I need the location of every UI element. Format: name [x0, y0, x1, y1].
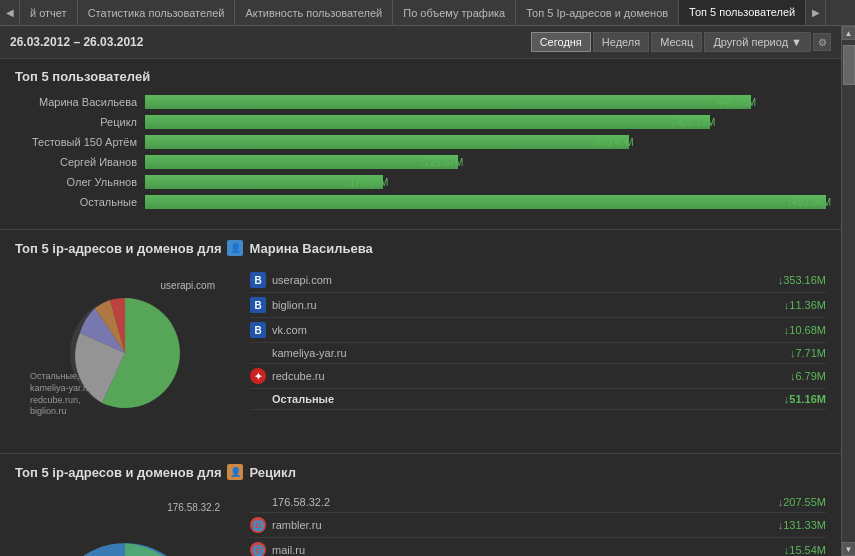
detail1-section: Топ 5 ip-адресов и доменов для 👤 Марина … — [0, 230, 841, 454]
detail1-title: Топ 5 ip-адресов и доменов для 👤 Марина … — [15, 240, 826, 256]
bar-container-0: ↓440.88M — [145, 95, 826, 109]
scrollbar[interactable]: ▲ ▼ — [841, 26, 855, 556]
bar-container-4: ↓170.59M — [145, 175, 826, 189]
domain-icon-4: ✦ — [250, 368, 266, 384]
pie-label-others: Остальные, kameliya-yar.ru, redcube.run,… — [30, 371, 94, 418]
bar-value-4: ↓170.59M — [344, 177, 388, 188]
domain-value-4: ↓6.79M — [790, 370, 826, 382]
domain-value-1: ↓11.36M — [784, 299, 826, 311]
bar-value-5: ↓493.06M — [787, 197, 831, 208]
domain-value-1: ↓131.33M — [778, 519, 826, 531]
top5-title: Топ 5 пользователей — [15, 69, 826, 84]
bar-fill-5: ↓493.06M — [145, 195, 826, 209]
domain-row-2: 🌐mail.ru↓15.54M — [250, 538, 826, 556]
tab-0[interactable]: й отчет — [20, 0, 78, 25]
detail2-section: Топ 5 ip-адресов и доменов для 👤 Рецикл — [0, 454, 841, 556]
bar-value-1: ↓409.79M — [671, 117, 715, 128]
domain-name-5: Остальные — [272, 393, 784, 405]
tab-prev-arrow[interactable]: ◀ — [0, 0, 20, 25]
domain-row-1: Bbiglion.ru↓11.36M — [250, 293, 826, 318]
domain-name-0: 176.58.32.2 — [272, 496, 778, 508]
domain-name-2: vk.com — [272, 324, 784, 336]
period-buttons: Сегодня Неделя Месяц Другой период ▼ ⚙ — [531, 32, 831, 52]
bar-label-4: Олег Ульянов — [15, 176, 145, 188]
tab-2[interactable]: Активность пользователей — [235, 0, 393, 25]
domain-icon-2: 🌐 — [250, 542, 266, 556]
pie-label-2-main: 176.58.32.2 — [167, 502, 220, 513]
settings-icon[interactable]: ⚙ — [813, 33, 831, 51]
domain-name-2: mail.ru — [272, 544, 784, 556]
bar-row-2: Тестовый 150 Артём↓350.40M — [15, 134, 826, 150]
domain-value-5: ↓51.16M — [784, 393, 826, 405]
domain-row-1: 🌐rambler.ru↓131.33M — [250, 513, 826, 538]
scrollbar-track[interactable] — [842, 40, 855, 542]
scrollbar-thumb[interactable] — [843, 45, 855, 85]
bar-fill-0: ↓440.88M — [145, 95, 751, 109]
bar-label-1: Рецикл — [15, 116, 145, 128]
domain-name-1: rambler.ru — [272, 519, 778, 531]
bar-row-3: Сергей Иванов↓225.67M — [15, 154, 826, 170]
domain-value-2: ↓10.68M — [784, 324, 826, 336]
bar-label-2: Тестовый 150 Артём — [15, 136, 145, 148]
date-range: 26.03.2012 – 26.03.2012 — [10, 35, 143, 49]
domain-icon-0: B — [250, 272, 266, 288]
bar-fill-2: ↓350.40M — [145, 135, 629, 149]
bar-container-3: ↓225.67M — [145, 155, 826, 169]
detail1-domain-list: Buserapi.com↓353.16MBbiglion.ru↓11.36MBv… — [250, 268, 826, 438]
date-bar: 26.03.2012 – 26.03.2012 Сегодня Неделя М… — [0, 26, 841, 59]
bar-value-3: ↓225.67M — [419, 157, 463, 168]
detail2-title: Топ 5 ip-адресов и доменов для 👤 Рецикл — [15, 464, 826, 480]
user-icon-1: 👤 — [227, 240, 243, 256]
domain-row-3: kameliya-yar.ru↓7.71M — [250, 343, 826, 364]
bar-chart: Марина Васильева↓440.88MРецикл↓409.79MТе… — [15, 94, 826, 210]
tab-1[interactable]: Статистика пользователей — [78, 0, 236, 25]
bar-value-2: ↓350.40M — [590, 137, 634, 148]
domain-value-3: ↓7.71M — [790, 347, 826, 359]
scroll-down-btn[interactable]: ▼ — [842, 542, 856, 556]
bar-fill-4: ↓170.59M — [145, 175, 383, 189]
detail2-content: 176.58.32.2 176.58.32.2↓207.55M🌐rambler.… — [15, 492, 826, 556]
domain-value-0: ↓207.55M — [778, 496, 826, 508]
detail2-pie: 176.58.32.2 — [15, 492, 235, 556]
tab-3[interactable]: По объему трафика — [393, 0, 516, 25]
domain-name-1: biglion.ru — [272, 299, 784, 311]
tab-next-arrow[interactable]: ▶ — [806, 0, 826, 25]
tab-bar: ◀ й отчет Статистика пользователей Актив… — [0, 0, 855, 26]
bar-row-1: Рецикл↓409.79M — [15, 114, 826, 130]
period-week[interactable]: Неделя — [593, 32, 649, 52]
domain-name-3: kameliya-yar.ru — [272, 347, 790, 359]
bar-row-5: Остальные↓493.06M — [15, 194, 826, 210]
domain-row-5: Остальные↓51.16M — [250, 389, 826, 410]
tab-4[interactable]: Топ 5 Ip-адресов и доменов — [516, 0, 679, 25]
period-other[interactable]: Другой период ▼ — [704, 32, 811, 52]
bar-fill-3: ↓225.67M — [145, 155, 458, 169]
bar-container-5: ↓493.06M — [145, 195, 826, 209]
bar-fill-1: ↓409.79M — [145, 115, 710, 129]
scroll-area[interactable]: 26.03.2012 – 26.03.2012 Сегодня Неделя М… — [0, 26, 841, 556]
bar-container-2: ↓350.40M — [145, 135, 826, 149]
domain-row-0: Buserapi.com↓353.16M — [250, 268, 826, 293]
domain-name-0: userapi.com — [272, 274, 778, 286]
period-month[interactable]: Месяц — [651, 32, 702, 52]
domain-icon-2: B — [250, 322, 266, 338]
bar-label-0: Марина Васильева — [15, 96, 145, 108]
domain-row-4: ✦redcube.ru↓6.79M — [250, 364, 826, 389]
domain-value-0: ↓353.16M — [778, 274, 826, 286]
tab-5[interactable]: Топ 5 пользователей — [679, 0, 806, 26]
bar-label-3: Сергей Иванов — [15, 156, 145, 168]
domain-icon-1: B — [250, 297, 266, 313]
bar-row-0: Марина Васильева↓440.88M — [15, 94, 826, 110]
domain-row-0: 176.58.32.2↓207.55M — [250, 492, 826, 513]
bar-row-4: Олег Ульянов↓170.59M — [15, 174, 826, 190]
top5-section: Топ 5 пользователей Марина Васильева↓440… — [0, 59, 841, 230]
domain-value-2: ↓15.54M — [784, 544, 826, 556]
bar-label-5: Остальные — [15, 196, 145, 208]
bar-container-1: ↓409.79M — [145, 115, 826, 129]
domain-name-4: redcube.ru — [272, 370, 790, 382]
scroll-up-btn[interactable]: ▲ — [842, 26, 856, 40]
detail2-domain-list: 176.58.32.2↓207.55M🌐rambler.ru↓131.33M🌐m… — [250, 492, 826, 556]
period-today[interactable]: Сегодня — [531, 32, 591, 52]
bar-value-0: ↓440.88M — [712, 97, 756, 108]
detail1-pie: userapi.com Остальные, kameliya-yar.ru, … — [15, 268, 235, 438]
domain-row-2: Bvk.com↓10.68M — [250, 318, 826, 343]
